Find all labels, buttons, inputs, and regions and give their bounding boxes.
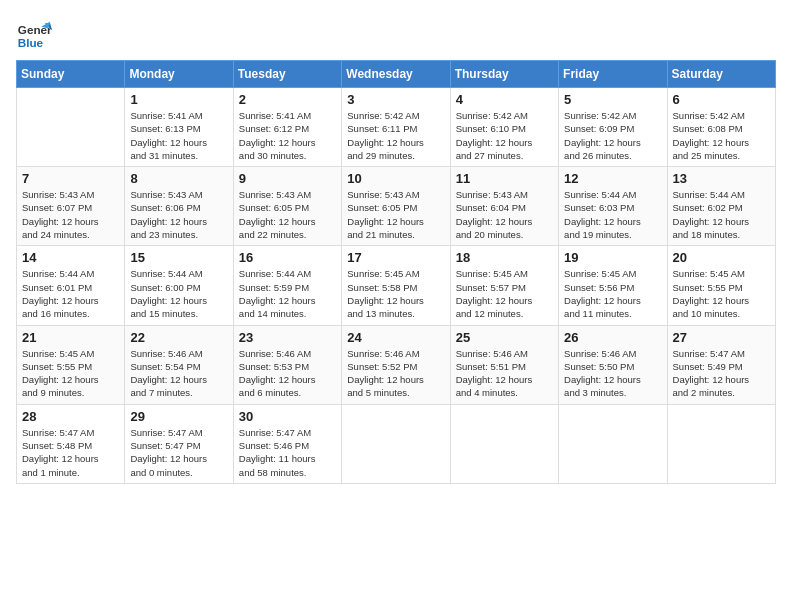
calendar-cell: 22Sunrise: 5:46 AM Sunset: 5:54 PM Dayli… <box>125 325 233 404</box>
day-info: Sunrise: 5:41 AM Sunset: 6:12 PM Dayligh… <box>239 109 336 162</box>
weekday-header-cell: Sunday <box>17 61 125 88</box>
day-info: Sunrise: 5:46 AM Sunset: 5:52 PM Dayligh… <box>347 347 444 400</box>
day-number: 28 <box>22 409 119 424</box>
day-info: Sunrise: 5:43 AM Sunset: 6:04 PM Dayligh… <box>456 188 553 241</box>
day-info: Sunrise: 5:46 AM Sunset: 5:50 PM Dayligh… <box>564 347 661 400</box>
day-info: Sunrise: 5:47 AM Sunset: 5:49 PM Dayligh… <box>673 347 770 400</box>
day-number: 4 <box>456 92 553 107</box>
weekday-header-row: SundayMondayTuesdayWednesdayThursdayFrid… <box>17 61 776 88</box>
day-info: Sunrise: 5:44 AM Sunset: 6:02 PM Dayligh… <box>673 188 770 241</box>
logo: General Blue <box>16 16 52 52</box>
day-number: 29 <box>130 409 227 424</box>
calendar-cell: 11Sunrise: 5:43 AM Sunset: 6:04 PM Dayli… <box>450 167 558 246</box>
week-row: 14Sunrise: 5:44 AM Sunset: 6:01 PM Dayli… <box>17 246 776 325</box>
day-info: Sunrise: 5:45 AM Sunset: 5:56 PM Dayligh… <box>564 267 661 320</box>
day-info: Sunrise: 5:44 AM Sunset: 5:59 PM Dayligh… <box>239 267 336 320</box>
calendar-cell: 15Sunrise: 5:44 AM Sunset: 6:00 PM Dayli… <box>125 246 233 325</box>
day-number: 1 <box>130 92 227 107</box>
day-info: Sunrise: 5:45 AM Sunset: 5:55 PM Dayligh… <box>22 347 119 400</box>
calendar-cell: 30Sunrise: 5:47 AM Sunset: 5:46 PM Dayli… <box>233 404 341 483</box>
day-number: 18 <box>456 250 553 265</box>
page-header: General Blue <box>16 16 776 52</box>
day-number: 22 <box>130 330 227 345</box>
day-number: 16 <box>239 250 336 265</box>
calendar-cell: 16Sunrise: 5:44 AM Sunset: 5:59 PM Dayli… <box>233 246 341 325</box>
calendar-cell: 17Sunrise: 5:45 AM Sunset: 5:58 PM Dayli… <box>342 246 450 325</box>
day-info: Sunrise: 5:44 AM Sunset: 6:03 PM Dayligh… <box>564 188 661 241</box>
day-info: Sunrise: 5:46 AM Sunset: 5:53 PM Dayligh… <box>239 347 336 400</box>
day-number: 15 <box>130 250 227 265</box>
day-info: Sunrise: 5:44 AM Sunset: 6:00 PM Dayligh… <box>130 267 227 320</box>
calendar-cell: 7Sunrise: 5:43 AM Sunset: 6:07 PM Daylig… <box>17 167 125 246</box>
day-number: 7 <box>22 171 119 186</box>
day-info: Sunrise: 5:45 AM Sunset: 5:57 PM Dayligh… <box>456 267 553 320</box>
week-row: 28Sunrise: 5:47 AM Sunset: 5:48 PM Dayli… <box>17 404 776 483</box>
weekday-header-cell: Monday <box>125 61 233 88</box>
logo-icon: General Blue <box>16 16 52 52</box>
day-number: 24 <box>347 330 444 345</box>
calendar-cell <box>342 404 450 483</box>
day-number: 20 <box>673 250 770 265</box>
day-number: 10 <box>347 171 444 186</box>
calendar-cell <box>559 404 667 483</box>
calendar-cell: 13Sunrise: 5:44 AM Sunset: 6:02 PM Dayli… <box>667 167 775 246</box>
day-info: Sunrise: 5:43 AM Sunset: 6:07 PM Dayligh… <box>22 188 119 241</box>
calendar-cell: 19Sunrise: 5:45 AM Sunset: 5:56 PM Dayli… <box>559 246 667 325</box>
day-info: Sunrise: 5:45 AM Sunset: 5:58 PM Dayligh… <box>347 267 444 320</box>
day-number: 6 <box>673 92 770 107</box>
day-number: 13 <box>673 171 770 186</box>
calendar-cell <box>667 404 775 483</box>
day-number: 11 <box>456 171 553 186</box>
week-row: 1Sunrise: 5:41 AM Sunset: 6:13 PM Daylig… <box>17 88 776 167</box>
calendar-cell: 21Sunrise: 5:45 AM Sunset: 5:55 PM Dayli… <box>17 325 125 404</box>
calendar-cell <box>450 404 558 483</box>
day-info: Sunrise: 5:41 AM Sunset: 6:13 PM Dayligh… <box>130 109 227 162</box>
calendar-cell: 9Sunrise: 5:43 AM Sunset: 6:05 PM Daylig… <box>233 167 341 246</box>
day-number: 21 <box>22 330 119 345</box>
day-number: 9 <box>239 171 336 186</box>
day-number: 3 <box>347 92 444 107</box>
day-number: 25 <box>456 330 553 345</box>
calendar-cell: 10Sunrise: 5:43 AM Sunset: 6:05 PM Dayli… <box>342 167 450 246</box>
calendar-cell: 18Sunrise: 5:45 AM Sunset: 5:57 PM Dayli… <box>450 246 558 325</box>
day-number: 23 <box>239 330 336 345</box>
calendar-cell: 12Sunrise: 5:44 AM Sunset: 6:03 PM Dayli… <box>559 167 667 246</box>
day-info: Sunrise: 5:45 AM Sunset: 5:55 PM Dayligh… <box>673 267 770 320</box>
day-info: Sunrise: 5:43 AM Sunset: 6:05 PM Dayligh… <box>239 188 336 241</box>
calendar-body: 1Sunrise: 5:41 AM Sunset: 6:13 PM Daylig… <box>17 88 776 484</box>
calendar-cell: 20Sunrise: 5:45 AM Sunset: 5:55 PM Dayli… <box>667 246 775 325</box>
day-info: Sunrise: 5:42 AM Sunset: 6:10 PM Dayligh… <box>456 109 553 162</box>
day-number: 8 <box>130 171 227 186</box>
day-number: 12 <box>564 171 661 186</box>
week-row: 21Sunrise: 5:45 AM Sunset: 5:55 PM Dayli… <box>17 325 776 404</box>
weekday-header-cell: Thursday <box>450 61 558 88</box>
day-info: Sunrise: 5:42 AM Sunset: 6:09 PM Dayligh… <box>564 109 661 162</box>
calendar-cell: 2Sunrise: 5:41 AM Sunset: 6:12 PM Daylig… <box>233 88 341 167</box>
calendar-table: SundayMondayTuesdayWednesdayThursdayFrid… <box>16 60 776 484</box>
day-number: 14 <box>22 250 119 265</box>
day-info: Sunrise: 5:43 AM Sunset: 6:06 PM Dayligh… <box>130 188 227 241</box>
day-info: Sunrise: 5:42 AM Sunset: 6:08 PM Dayligh… <box>673 109 770 162</box>
calendar-cell: 4Sunrise: 5:42 AM Sunset: 6:10 PM Daylig… <box>450 88 558 167</box>
day-number: 5 <box>564 92 661 107</box>
calendar-cell <box>17 88 125 167</box>
calendar-cell: 5Sunrise: 5:42 AM Sunset: 6:09 PM Daylig… <box>559 88 667 167</box>
day-info: Sunrise: 5:47 AM Sunset: 5:48 PM Dayligh… <box>22 426 119 479</box>
weekday-header-cell: Saturday <box>667 61 775 88</box>
day-number: 27 <box>673 330 770 345</box>
day-info: Sunrise: 5:46 AM Sunset: 5:51 PM Dayligh… <box>456 347 553 400</box>
day-info: Sunrise: 5:42 AM Sunset: 6:11 PM Dayligh… <box>347 109 444 162</box>
day-number: 30 <box>239 409 336 424</box>
day-number: 19 <box>564 250 661 265</box>
calendar-cell: 24Sunrise: 5:46 AM Sunset: 5:52 PM Dayli… <box>342 325 450 404</box>
calendar-cell: 3Sunrise: 5:42 AM Sunset: 6:11 PM Daylig… <box>342 88 450 167</box>
svg-text:Blue: Blue <box>18 36 44 49</box>
week-row: 7Sunrise: 5:43 AM Sunset: 6:07 PM Daylig… <box>17 167 776 246</box>
calendar-cell: 27Sunrise: 5:47 AM Sunset: 5:49 PM Dayli… <box>667 325 775 404</box>
weekday-header-cell: Tuesday <box>233 61 341 88</box>
day-info: Sunrise: 5:47 AM Sunset: 5:46 PM Dayligh… <box>239 426 336 479</box>
day-info: Sunrise: 5:46 AM Sunset: 5:54 PM Dayligh… <box>130 347 227 400</box>
calendar-cell: 29Sunrise: 5:47 AM Sunset: 5:47 PM Dayli… <box>125 404 233 483</box>
calendar-cell: 23Sunrise: 5:46 AM Sunset: 5:53 PM Dayli… <box>233 325 341 404</box>
weekday-header-cell: Wednesday <box>342 61 450 88</box>
